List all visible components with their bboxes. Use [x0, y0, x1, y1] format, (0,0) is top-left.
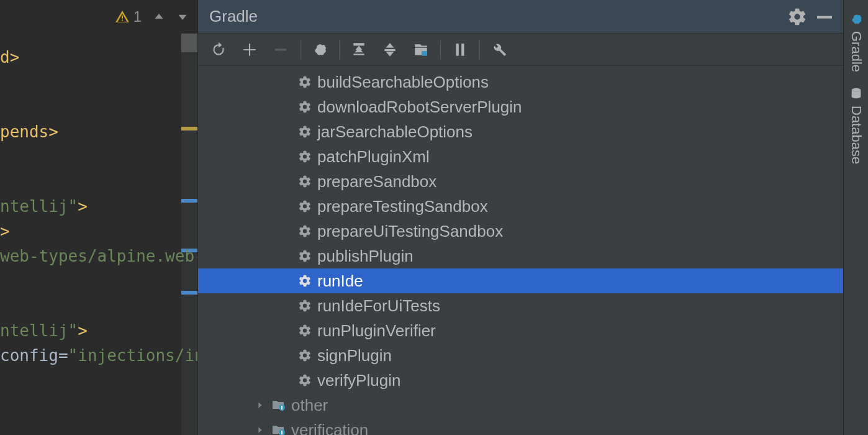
offline-mode-button[interactable]: [445, 37, 476, 63]
gradle-group-verification[interactable]: verification: [198, 418, 843, 435]
gradle-task-tree[interactable]: buildSearchableOptionsdownloadRobotServe…: [198, 66, 843, 435]
group-label: verification: [287, 421, 368, 436]
gear-icon: [296, 249, 314, 263]
editor-pane: 1 d> pends> ntellij"> > web-types/alpine…: [0, 0, 197, 435]
toolbar-separator: [479, 40, 480, 59]
task-label: buildSearchableOptions: [314, 73, 489, 92]
database-tab-label: Database: [848, 106, 864, 164]
warning-count: 1: [133, 8, 142, 25]
gear-icon: [296, 324, 314, 337]
gear-icon: [296, 349, 314, 362]
svg-rect-1: [122, 20, 123, 21]
gradle-task-runPluginVerifier[interactable]: runPluginVerifier: [198, 318, 843, 343]
svg-point-10: [851, 88, 861, 92]
gradle-title: Gradle: [209, 7, 780, 26]
task-label: publishPlugin: [314, 247, 414, 266]
chevron-right-icon: [251, 400, 269, 410]
gradle-elephant-icon[interactable]: [304, 37, 335, 63]
refresh-button[interactable]: [203, 37, 234, 63]
gear-icon: [296, 274, 314, 288]
prev-highlight-icon[interactable]: [153, 11, 165, 23]
gradle-task-jarSearchableOptions[interactable]: jarSearchableOptions: [198, 119, 843, 144]
svg-rect-7: [422, 51, 427, 56]
gradle-task-prepareTestingSandbox[interactable]: prepareTestingSandbox: [198, 194, 843, 219]
gradle-tab[interactable]: Gradle: [848, 6, 864, 81]
gradle-task-prepareSandbox[interactable]: prepareSandbox: [198, 169, 843, 194]
gradle-task-downloadRobotServerPlugin[interactable]: downloadRobotServerPlugin: [198, 94, 843, 119]
right-tool-strip: Gradle Database: [843, 0, 868, 435]
warning-badge[interactable]: 1: [115, 8, 142, 25]
svg-rect-2: [817, 16, 832, 18]
task-label: verifyPlugin: [314, 371, 400, 390]
gradle-task-patchPluginXml[interactable]: patchPluginXml: [198, 144, 843, 169]
folder-icon: [269, 398, 287, 413]
gear-icon: [296, 199, 314, 213]
toolbar-separator: [440, 40, 441, 59]
hide-tool-window-icon[interactable]: [815, 7, 834, 27]
chevron-right-icon: [251, 425, 269, 435]
task-label: patchPluginXml: [314, 147, 430, 167]
svg-rect-6: [384, 48, 395, 50]
task-label: prepareSandbox: [314, 172, 436, 191]
gradle-group-other[interactable]: other: [198, 393, 843, 418]
group-label: other: [287, 396, 328, 415]
gradle-task-signPlugin[interactable]: signPlugin: [198, 343, 843, 368]
collapse-all-button[interactable]: [374, 37, 405, 63]
svg-rect-0: [122, 16, 123, 19]
remove-button: [265, 37, 296, 63]
gear-icon: [296, 150, 314, 163]
gradle-toolbar: [198, 34, 843, 66]
gear-icon: [296, 373, 314, 387]
gear-icon: [296, 299, 314, 313]
svg-rect-4: [353, 44, 364, 45]
gradle-tool-window: Gradle: [197, 0, 843, 435]
task-label: runIde: [314, 272, 363, 291]
task-label: runIdeForUiTests: [314, 296, 440, 316]
task-label: prepareUiTestingSandbox: [314, 222, 503, 241]
gradle-task-runIde[interactable]: runIde: [198, 268, 843, 293]
svg-rect-3: [275, 48, 286, 50]
gear-icon: [296, 100, 314, 114]
gradle-task-publishPlugin[interactable]: publishPlugin: [198, 244, 843, 268]
task-label: runPluginVerifier: [314, 321, 436, 341]
add-button[interactable]: [234, 37, 265, 63]
gear-icon: [296, 224, 314, 238]
next-highlight-icon[interactable]: [176, 11, 189, 23]
gradle-task-buildSearchableOptions[interactable]: buildSearchableOptions: [198, 70, 843, 94]
gradle-task-runIdeForUiTests[interactable]: runIdeForUiTests: [198, 293, 843, 318]
gear-icon: [296, 175, 314, 188]
build-settings-button[interactable]: [484, 37, 515, 63]
toolbar-separator: [339, 40, 340, 59]
gear-icon: [296, 75, 314, 89]
gradle-tab-label: Gradle: [848, 31, 864, 72]
toolbar-separator: [300, 40, 301, 59]
gradle-task-prepareUiTestingSandbox[interactable]: prepareUiTestingSandbox: [198, 219, 843, 244]
expand-all-button[interactable]: [343, 37, 374, 63]
task-label: jarSearchableOptions: [314, 122, 472, 142]
database-icon: [848, 87, 864, 101]
gradle-titlebar: Gradle: [198, 0, 843, 34]
editor-code[interactable]: d> pends> ntellij"> > web-types/alpine.w…: [0, 45, 197, 368]
gradle-elephant-icon: [848, 12, 864, 26]
show-projects-button[interactable]: [405, 37, 436, 63]
task-label: downloadRobotServerPlugin: [314, 98, 522, 117]
tool-window-settings-icon[interactable]: [787, 7, 807, 27]
task-label: prepareTestingSandbox: [314, 197, 488, 216]
task-label: signPlugin: [314, 346, 392, 365]
folder-icon: [269, 423, 287, 435]
editor-inspections-bar: 1: [0, 0, 197, 34]
database-tab[interactable]: Database: [848, 81, 864, 173]
gear-icon: [296, 125, 314, 139]
gradle-task-verifyPlugin[interactable]: verifyPlugin: [198, 368, 843, 393]
